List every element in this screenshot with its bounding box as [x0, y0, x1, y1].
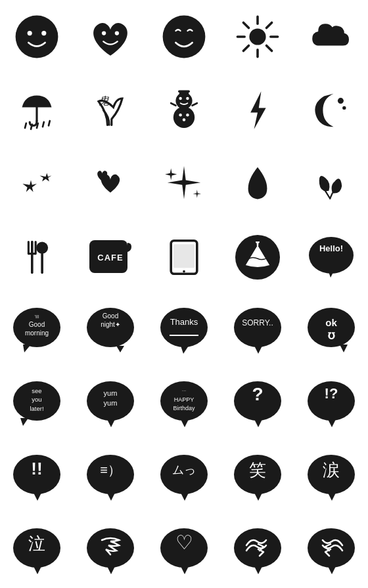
angry-bubble-cell[interactable]: ≡）: [74, 441, 147, 514]
plant-icon: 鬼: [87, 87, 134, 134]
laugh-kanji-label: 笑: [249, 459, 266, 482]
question-label: ?: [252, 384, 263, 405]
exclaim-question-label: !?: [325, 385, 338, 402]
svg-marker-53: [116, 346, 124, 352]
good-morning-label: 'illGoodmorning: [25, 312, 49, 337]
sun-cell[interactable]: [221, 0, 294, 74]
cry-face-bg: [157, 451, 211, 505]
ok-bubble-cell[interactable]: okʊ: [294, 294, 368, 368]
good-morning-bubble-cell[interactable]: 'illGoodmorning: [0, 294, 74, 368]
svg-marker-59: [340, 345, 348, 352]
happy-birthday-cell[interactable]: ···HAPPYBirthday: [147, 368, 221, 441]
svg-marker-63: [107, 419, 115, 427]
snowman-cell[interactable]: [147, 74, 221, 147]
double-exclaim-wrapper: !!: [10, 451, 64, 505]
run-left-cell[interactable]: [294, 514, 368, 588]
angry-label: ≡）: [100, 461, 121, 479]
tears-kanji-label: 涙: [323, 459, 340, 482]
sparkles-icon: [160, 160, 208, 207]
see-you-later-cell[interactable]: seeyoulater!: [0, 368, 74, 441]
hearts-cell[interactable]: [74, 147, 147, 220]
smile-face-2-icon: [160, 13, 208, 60]
cloud-icon: [308, 13, 355, 60]
smile-face-2-cell[interactable]: [147, 0, 221, 74]
hello-bubble-wrapper: Hello!: [306, 232, 357, 283]
yum-yum-label: yumyum: [104, 388, 118, 409]
cafe-sign-wrapper: CAFE: [87, 234, 134, 281]
svg-point-0: [16, 16, 58, 58]
svg-point-24: [179, 97, 182, 100]
cafe-sign-cell[interactable]: CAFE: [74, 220, 147, 294]
svg-point-47: [256, 242, 260, 243]
double-exclaim-cell[interactable]: !!: [0, 441, 74, 514]
cry-face-wrapper: ムっ: [157, 451, 211, 505]
sun-icon: [234, 13, 281, 60]
double-exclaim-label: !!: [31, 459, 42, 479]
yum-yum-cell[interactable]: yumyum: [74, 368, 147, 441]
svg-line-18: [37, 123, 38, 128]
umbrella-rain-icon: [13, 87, 60, 134]
svg-text:鬼: 鬼: [99, 95, 110, 107]
tornado-cell[interactable]: [74, 514, 147, 588]
lightning-cell[interactable]: [221, 74, 294, 147]
yum-yum-wrapper: yumyum: [83, 377, 137, 431]
smiley-face-icon: [13, 13, 60, 60]
hello-label: Hello!: [319, 243, 343, 253]
smiley-face-cell[interactable]: [0, 0, 74, 74]
svg-line-33: [325, 191, 330, 199]
hello-bubble-bg: [306, 232, 357, 283]
lightning-icon: [234, 87, 281, 134]
water-drop-cell[interactable]: [221, 147, 294, 220]
exclaim-question-cell[interactable]: !?: [294, 368, 368, 441]
tornado-wrapper: [83, 524, 137, 578]
crescent-moon-cell[interactable]: [294, 74, 368, 147]
leaves-icon: [308, 160, 355, 207]
cry-kanji-label: 泣: [28, 532, 45, 555]
cry-kanji-cell[interactable]: 泣: [0, 514, 74, 588]
umbrella-rain-cell[interactable]: [0, 74, 74, 147]
thanks-wrapper: Thanks: [157, 304, 211, 358]
svg-marker-55: [181, 346, 189, 354]
sorry-bubble-cell[interactable]: SORRY..: [221, 294, 294, 368]
run-left-wrapper: [304, 524, 358, 578]
svg-line-17: [31, 125, 32, 129]
good-night-wrapper: Goodnight✦: [83, 304, 137, 358]
laugh-kanji-cell[interactable]: 笑: [221, 441, 294, 514]
svg-line-14: [243, 46, 248, 51]
svg-marker-89: [328, 566, 336, 574]
svg-line-20: [49, 121, 50, 125]
tablet-cell[interactable]: [147, 220, 221, 294]
question-bubble-cell[interactable]: ?: [221, 368, 294, 441]
svg-point-1: [28, 31, 32, 35]
cloud-cell[interactable]: [294, 0, 368, 74]
run-right-cell[interactable]: [221, 514, 294, 588]
svg-point-4: [115, 31, 119, 35]
cake-slice-cell[interactable]: [221, 220, 294, 294]
ok-label: okʊ: [325, 317, 337, 343]
svg-line-13: [267, 22, 272, 28]
heart-open-cell[interactable]: ♡: [147, 514, 221, 588]
sparkles-cell[interactable]: [147, 147, 221, 220]
leaves-cell[interactable]: [294, 147, 368, 220]
thanks-bubble-cell[interactable]: Thanks: [147, 294, 221, 368]
snowman-icon: [160, 87, 208, 134]
svg-point-26: [179, 114, 182, 117]
svg-line-19: [43, 122, 44, 127]
cry-face-cell[interactable]: ムっ: [147, 441, 221, 514]
sorry-bg: [231, 304, 285, 358]
plant-cell[interactable]: 鬼: [74, 74, 147, 147]
tears-kanji-cell[interactable]: 涙: [294, 441, 368, 514]
good-night-bubble-cell[interactable]: Goodnight✦: [74, 294, 147, 368]
svg-marker-79: [328, 493, 336, 501]
svg-marker-57: [254, 346, 262, 354]
svg-marker-51: [23, 345, 31, 352]
heart-face-cell[interactable]: [74, 0, 147, 74]
svg-line-12: [267, 46, 272, 51]
stars-cell[interactable]: [0, 147, 74, 220]
svg-marker-67: [254, 419, 262, 427]
fork-spoon-icon: [13, 234, 60, 281]
svg-marker-61: [20, 418, 28, 426]
fork-spoon-cell[interactable]: [0, 220, 74, 294]
svg-marker-87: [254, 566, 262, 574]
hello-bubble-cell[interactable]: Hello!: [294, 220, 368, 294]
